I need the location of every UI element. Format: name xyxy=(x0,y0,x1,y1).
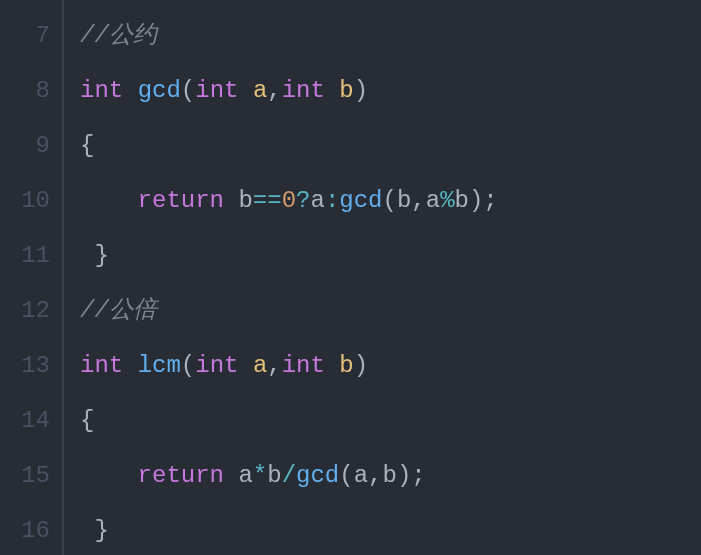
line-number-gutter: 7 8 9 10 11 12 13 14 15 16 xyxy=(0,0,62,555)
keyword-token: return xyxy=(138,187,224,214)
code-line: { xyxy=(80,118,701,173)
param-token: b xyxy=(339,352,353,379)
punct-token: ) xyxy=(469,187,483,214)
line-number: 8 xyxy=(8,63,50,118)
function-token: gcd xyxy=(339,187,382,214)
type-token: int xyxy=(282,352,325,379)
code-line: int lcm(int a,int b) xyxy=(80,338,701,393)
var-token: b xyxy=(267,462,281,489)
line-number: 15 xyxy=(8,448,50,503)
var-token: b xyxy=(397,187,411,214)
code-line: //公倍 xyxy=(80,283,701,338)
code-line: } xyxy=(80,503,701,555)
punct-token: ( xyxy=(181,352,195,379)
code-line: } xyxy=(80,228,701,283)
code-line: int gcd(int a,int b) xyxy=(80,63,701,118)
var-token: b xyxy=(238,187,252,214)
var-token: a xyxy=(238,462,252,489)
type-token: int xyxy=(80,352,123,379)
function-token: gcd xyxy=(296,462,339,489)
code-line: return b==0?a:gcd(b,a%b); xyxy=(80,173,701,228)
punct-token: ) xyxy=(354,77,368,104)
punct-token: ; xyxy=(411,462,425,489)
punct-token: ( xyxy=(181,77,195,104)
line-number: 14 xyxy=(8,393,50,448)
code-line: { xyxy=(80,393,701,448)
punct-token: , xyxy=(267,352,281,379)
code-line: return a*b/gcd(a,b); xyxy=(80,448,701,503)
code-editor[interactable]: 7 8 9 10 11 12 13 14 15 16 //公约 int gcd(… xyxy=(0,0,701,555)
brace-token: { xyxy=(80,132,94,159)
punct-token: , xyxy=(368,462,382,489)
punct-token: , xyxy=(411,187,425,214)
operator-token: == xyxy=(253,187,282,214)
punct-token: ; xyxy=(483,187,497,214)
keyword-token: return xyxy=(138,462,224,489)
param-token: b xyxy=(339,77,353,104)
param-token: a xyxy=(253,77,267,104)
operator-token: ? xyxy=(296,187,310,214)
line-number: 9 xyxy=(8,118,50,173)
var-token: b xyxy=(383,462,397,489)
param-token: a xyxy=(253,352,267,379)
function-token: gcd xyxy=(138,77,181,104)
line-number: 12 xyxy=(8,283,50,338)
line-number: 10 xyxy=(8,173,50,228)
type-token: int xyxy=(80,77,123,104)
code-line: //公约 xyxy=(80,8,701,63)
var-token: b xyxy=(455,187,469,214)
comment-token: //公约 xyxy=(80,22,157,49)
line-number: 7 xyxy=(8,8,50,63)
operator-token: : xyxy=(325,187,339,214)
brace-token: } xyxy=(94,517,108,544)
punct-token: , xyxy=(267,77,281,104)
type-token: int xyxy=(195,352,238,379)
brace-token: { xyxy=(80,407,94,434)
function-token: lcm xyxy=(138,352,181,379)
punct-token: ( xyxy=(383,187,397,214)
operator-token: / xyxy=(282,462,296,489)
brace-token: } xyxy=(94,242,108,269)
type-token: int xyxy=(195,77,238,104)
number-token: 0 xyxy=(282,187,296,214)
line-number: 13 xyxy=(8,338,50,393)
type-token: int xyxy=(282,77,325,104)
code-content[interactable]: //公约 int gcd(int a,int b) { return b==0?… xyxy=(64,0,701,555)
line-number: 16 xyxy=(8,503,50,555)
operator-token: % xyxy=(440,187,454,214)
line-number: 11 xyxy=(8,228,50,283)
var-token: a xyxy=(354,462,368,489)
comment-token: //公倍 xyxy=(80,297,157,324)
operator-token: * xyxy=(253,462,267,489)
punct-token: ( xyxy=(339,462,353,489)
var-token: a xyxy=(310,187,324,214)
punct-token: ) xyxy=(397,462,411,489)
punct-token: ) xyxy=(354,352,368,379)
var-token: a xyxy=(426,187,440,214)
